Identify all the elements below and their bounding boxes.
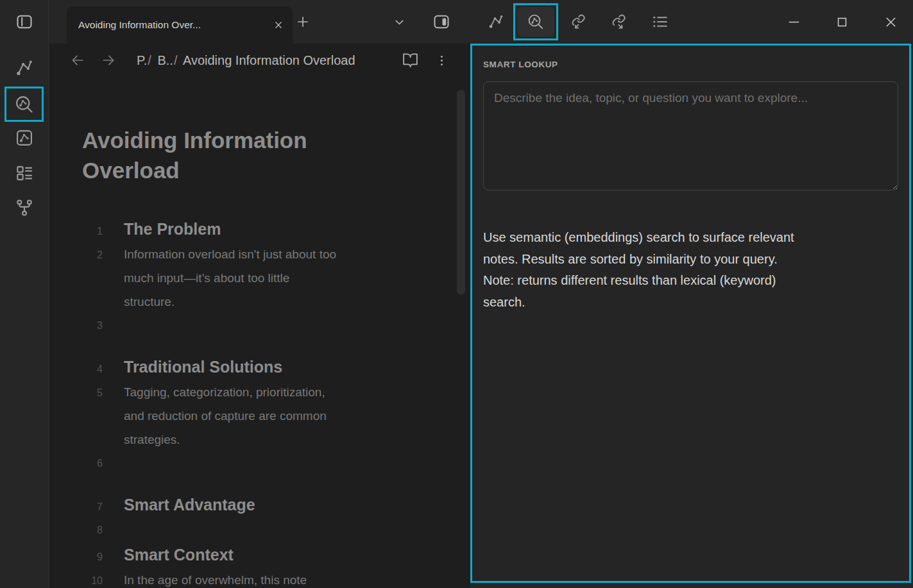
document-title: Avoiding Information Overload xyxy=(82,125,358,185)
doc-line: 3 xyxy=(49,314,470,337)
forward-button[interactable] xyxy=(100,52,117,69)
line-number: 1 xyxy=(49,226,103,237)
line-number: 6 xyxy=(49,451,103,475)
line-number: 3 xyxy=(49,314,103,337)
ribbon-item-smart-lookup[interactable] xyxy=(4,87,44,122)
arrow-left-icon xyxy=(69,52,86,69)
back-button[interactable] xyxy=(69,52,86,69)
line-number: 9 xyxy=(49,551,103,563)
tab-title: Avoiding Information Over... xyxy=(78,19,267,31)
doc-line: 7 Smart Advantage xyxy=(49,492,470,518)
panel-title: SMART LOOKUP xyxy=(483,60,909,69)
breadcrumb-bar: P./ B../ Avoiding Information Overload xyxy=(49,44,470,77)
doc-line: 2 Information overload isn't just about … xyxy=(49,242,470,314)
heading[interactable]: Smart Context xyxy=(124,542,406,568)
line-number: 5 xyxy=(49,387,103,399)
doc-line: 10 In the age of overwhelm, this note xyxy=(49,568,470,588)
panel-description-line: search. xyxy=(483,292,896,314)
paragraph-line[interactable]: and reduction of capture are common xyxy=(124,404,406,428)
book-open-icon xyxy=(402,52,419,69)
app-window: Avoiding Information Over... xyxy=(0,0,913,588)
ribbon-item-smart-connections[interactable] xyxy=(0,58,49,78)
panel-left-icon xyxy=(15,12,34,31)
breadcrumb-separator: / xyxy=(147,53,154,67)
paragraph-line[interactable]: much input—it’s about too little xyxy=(124,266,406,290)
tab-list-button[interactable] xyxy=(392,0,407,44)
layout-list-icon xyxy=(14,163,35,183)
paragraph-line[interactable]: Information overload isn't just about to… xyxy=(124,242,406,266)
breadcrumb-segment[interactable]: P. xyxy=(137,53,147,67)
tab-active[interactable]: Avoiding Information Over... xyxy=(67,6,293,44)
constellation-magnifier-icon xyxy=(527,13,545,31)
doc-line: 5 Tagging, categorization, prioritizatio… xyxy=(49,380,470,451)
toolbar-smart-connections-view[interactable] xyxy=(487,0,505,44)
heading[interactable]: The Problem xyxy=(124,216,406,242)
list-icon xyxy=(651,13,669,31)
new-tab-button[interactable] xyxy=(294,0,311,44)
line-number: 2 xyxy=(49,249,103,261)
line-number: 4 xyxy=(49,364,103,375)
paragraph-line[interactable]: structure. xyxy=(124,290,406,314)
editor-pane: P./ B../ Avoiding Information Overload xyxy=(49,44,470,588)
toolbar-smart-lookup-inner xyxy=(517,7,554,37)
panel-description: Use semantic (embeddings) search to surf… xyxy=(483,227,896,313)
doc-line: 1 The Problem xyxy=(49,216,470,242)
ribbon-item-smart-context[interactable] xyxy=(0,128,49,148)
link-arrow-in-icon xyxy=(569,13,587,31)
constellation-square-icon xyxy=(14,128,35,148)
chevron-down-icon xyxy=(392,15,407,29)
reading-mode-button[interactable] xyxy=(402,52,419,69)
line-number: 7 xyxy=(49,501,103,513)
paragraph-line[interactable]: Tagging, categorization, prioritization, xyxy=(124,380,406,404)
constellation-magnifier-icon xyxy=(14,94,35,115)
ribbon-item-smart-blocks[interactable] xyxy=(0,163,49,183)
doc-line: 8 xyxy=(49,518,470,542)
maximize-icon xyxy=(835,15,849,29)
close-icon xyxy=(272,19,285,31)
breadcrumb-separator: / xyxy=(173,53,180,67)
panel-description-line: Note: returns different results than lex… xyxy=(483,270,896,292)
minimize-icon xyxy=(787,15,801,29)
breadcrumb-current[interactable]: Avoiding Information Overload xyxy=(183,53,355,67)
constellation-icon xyxy=(487,13,505,31)
paragraph-line[interactable]: In the age of overwhelm, this note xyxy=(124,568,406,588)
panel-right-icon xyxy=(432,12,451,31)
lookup-query-input[interactable] xyxy=(483,81,898,190)
line-number: 10 xyxy=(49,575,103,587)
document-body: 1 The Problem 2 Information overload isn… xyxy=(49,216,470,588)
minimize-button[interactable] xyxy=(779,0,808,44)
breadcrumb-segment[interactable]: B.. xyxy=(157,53,173,67)
maximize-button[interactable] xyxy=(827,0,857,44)
toolbar-connections-incoming[interactable] xyxy=(569,0,587,44)
paragraph-line[interactable]: strategies. xyxy=(124,428,406,451)
plus-icon xyxy=(294,13,311,30)
more-options-button[interactable] xyxy=(435,54,448,67)
doc-line: 6 xyxy=(49,451,470,475)
vertical-dots-icon xyxy=(435,54,448,67)
line-number: 8 xyxy=(49,518,103,542)
breadcrumb-actions xyxy=(402,52,470,69)
panel-description-line: notes. Results are sorted by similarity … xyxy=(483,249,896,271)
toolbar-list-view[interactable] xyxy=(651,0,669,44)
link-arrow-out-icon xyxy=(610,13,627,31)
arrow-right-icon xyxy=(100,52,117,69)
heading[interactable]: Traditional Solutions xyxy=(124,354,406,380)
constellation-icon xyxy=(14,58,35,78)
editor-scrollbar-thumb[interactable] xyxy=(457,90,465,295)
close-button[interactable] xyxy=(876,0,905,44)
left-ribbon xyxy=(0,0,49,588)
smart-lookup-panel: SMART LOOKUP Use semantic (embeddings) s… xyxy=(470,44,911,583)
toolbar-smart-lookup-view[interactable] xyxy=(513,3,558,40)
panel-description-line: Use semantic (embeddings) search to surf… xyxy=(483,227,896,249)
toggle-right-sidebar-button[interactable] xyxy=(432,0,451,44)
doc-line: 4 Traditional Solutions xyxy=(49,354,470,380)
heading[interactable]: Smart Advantage xyxy=(124,492,406,518)
git-fork-icon xyxy=(14,197,35,218)
ribbon-item-smart-graph[interactable] xyxy=(0,197,49,218)
tab-close-button[interactable] xyxy=(272,19,285,31)
doc-line: 9 Smart Context xyxy=(49,542,470,568)
close-icon xyxy=(883,15,898,29)
toggle-left-sidebar-button[interactable] xyxy=(15,12,34,31)
toolbar-connections-outgoing[interactable] xyxy=(610,0,627,44)
breadcrumb: P./ B../ Avoiding Information Overload xyxy=(137,53,355,68)
